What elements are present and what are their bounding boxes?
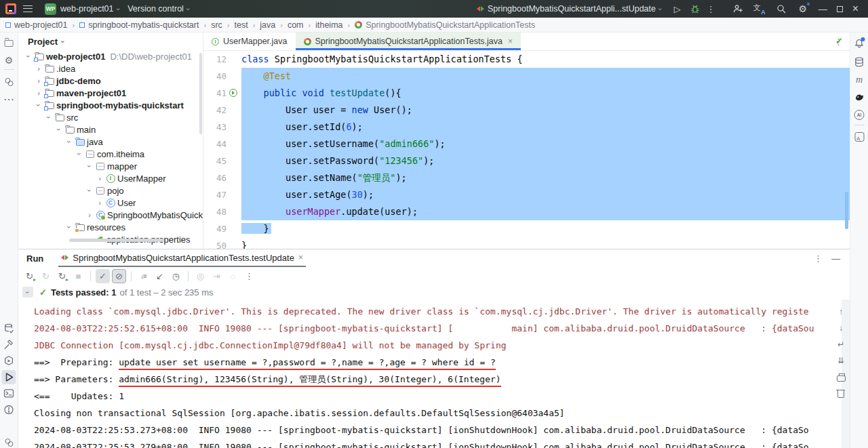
tree-item-maven-project01[interactable]: › maven-project01 bbox=[18, 87, 203, 99]
breadcrumb-item[interactable]: src bbox=[211, 20, 222, 30]
tree-item-pojo[interactable]: › pojo bbox=[18, 184, 203, 197]
horizontal-scrollbar[interactable] bbox=[69, 239, 164, 242]
expand-test-tree-icon[interactable]: › bbox=[22, 287, 33, 298]
settings-gear-icon[interactable]: ⚙ bbox=[797, 3, 809, 15]
main-menu-icon[interactable] bbox=[23, 5, 33, 12]
stop-icon[interactable]: ■ bbox=[71, 269, 85, 283]
breadcrumb-item[interactable]: itheima bbox=[315, 20, 342, 30]
breadcrumb-item[interactable]: SpringbootMybatisQuickstartApplicationTe… bbox=[355, 20, 535, 30]
hide-panel-icon[interactable]: — bbox=[831, 253, 840, 264]
terminal-icon[interactable] bbox=[2, 386, 16, 401]
run-tool-window-label[interactable]: Run bbox=[18, 253, 43, 264]
documentation-icon[interactable] bbox=[852, 129, 867, 144]
tree-item-resources[interactable]: › resources bbox=[18, 221, 203, 233]
breadcrumb-item[interactable]: java bbox=[260, 20, 275, 30]
tree-item-web-project01[interactable]: › web-project01 D:\DD\web-project01 bbox=[18, 50, 203, 62]
export-test-results-icon[interactable]: ⇥ bbox=[210, 269, 224, 283]
run-button[interactable]: ▷ bbox=[671, 3, 684, 15]
close-icon[interactable]: × bbox=[508, 37, 513, 46]
tree-item-main[interactable]: › main bbox=[18, 123, 203, 136]
vcs-widget[interactable]: Version control › bbox=[123, 4, 193, 14]
chevron-icon[interactable]: › bbox=[34, 77, 43, 85]
tree-item-mapper[interactable]: › mapper bbox=[18, 160, 203, 172]
services-icon[interactable] bbox=[2, 354, 16, 368]
tree-item-user[interactable]: › C User bbox=[18, 197, 203, 209]
ai-assistant-icon[interactable]: AI bbox=[852, 108, 867, 122]
chevron-icon[interactable]: › bbox=[35, 100, 43, 110]
chevron-icon[interactable]: › bbox=[45, 113, 53, 122]
chevron-icon[interactable]: › bbox=[85, 186, 94, 195]
maven-icon[interactable]: m bbox=[852, 73, 867, 87]
run-test-gutter-icon[interactable] bbox=[229, 89, 237, 97]
test-history-icon[interactable]: ◷ bbox=[169, 269, 183, 283]
chevron-icon[interactable]: › bbox=[65, 137, 73, 146]
tree-item-jdbc-demo[interactable]: › jdbc-demo bbox=[18, 75, 203, 87]
soft-wrap-icon[interactable]: ↵ bbox=[835, 339, 846, 350]
code-area[interactable]: 12 class SpringbootMybatisQuickstartAppl… bbox=[203, 51, 850, 249]
scroll-up-icon[interactable]: ↑ bbox=[835, 306, 846, 317]
version-control-icon[interactable] bbox=[2, 435, 16, 448]
tree-item-java[interactable]: › java bbox=[18, 136, 203, 148]
toggle-auto-test-icon[interactable]: ↻ bbox=[55, 269, 69, 283]
chevron-icon[interactable]: › bbox=[55, 125, 63, 134]
breadcrumb-item[interactable]: springboot-mybatis-quickstart bbox=[79, 20, 199, 30]
run-session-tab[interactable]: SpringbootMybatisQuickstartApplicationTe… bbox=[58, 249, 306, 267]
scroll-down-icon[interactable]: ↓ bbox=[835, 323, 846, 333]
breadcrumb-item[interactable]: web-project01 bbox=[5, 20, 68, 30]
chevron-icon[interactable]: › bbox=[85, 161, 94, 171]
plugin-icon[interactable] bbox=[852, 90, 867, 104]
window-minimize-button[interactable]: — bbox=[818, 4, 827, 14]
toolbar-more-kebab-icon[interactable]: ⋮ bbox=[242, 269, 256, 283]
project-avatar[interactable]: WP bbox=[45, 3, 56, 15]
tab-springboot-tests-java[interactable]: SpringbootMybatisQuickstartApplicationTe… bbox=[296, 33, 521, 50]
translate-icon[interactable]: 文A bbox=[753, 3, 766, 15]
scroll-to-end-icon[interactable]: ⇊ bbox=[835, 355, 846, 366]
code-with-me-icon[interactable] bbox=[732, 3, 744, 15]
tree-item-com-itheima[interactable]: › com.itheima bbox=[18, 148, 203, 160]
rerun-icon[interactable]: ↻ bbox=[22, 269, 37, 283]
run-configuration-widget[interactable]: SpringbootMybatisQuickstartAppli...stUpd… bbox=[473, 4, 666, 14]
vertical-scrollbar[interactable] bbox=[199, 53, 202, 134]
chevron-icon[interactable]: › bbox=[95, 174, 104, 182]
show-passed-icon[interactable]: ✓ bbox=[96, 269, 110, 283]
chevron-icon[interactable]: › bbox=[85, 211, 94, 219]
chevron-icon[interactable]: › bbox=[65, 222, 73, 232]
breadcrumb-item[interactable]: test bbox=[234, 20, 248, 30]
debug-button[interactable] bbox=[689, 3, 701, 15]
snapshot-icon[interactable]: ◎ bbox=[193, 269, 208, 283]
project-tool-icon[interactable] bbox=[2, 35, 16, 49]
project-widget[interactable]: web-project01 › bbox=[56, 4, 123, 14]
database-icon[interactable] bbox=[852, 55, 867, 69]
close-icon[interactable]: × bbox=[298, 253, 303, 262]
inspections-ok-icon[interactable]: ✓ bbox=[835, 36, 843, 46]
search-everywhere-icon[interactable] bbox=[775, 3, 787, 15]
scrollbar-selection-mark[interactable] bbox=[845, 192, 848, 229]
problems-icon[interactable] bbox=[2, 403, 16, 417]
navigate-with-single-click-icon[interactable]: ↙ bbox=[153, 269, 167, 283]
pin-icon[interactable]: ◌ bbox=[226, 269, 240, 283]
tree-item-src[interactable]: › src bbox=[18, 111, 203, 123]
chevron-icon[interactable]: › bbox=[95, 199, 104, 207]
run-tool-icon[interactable] bbox=[2, 370, 16, 384]
project-panel-header[interactable]: Project › bbox=[18, 33, 203, 50]
tree-item-idea[interactable]: › .idea bbox=[18, 62, 203, 75]
window-restore-button[interactable] bbox=[837, 6, 843, 12]
panel-options-kebab-icon[interactable]: ⋮ bbox=[814, 253, 823, 264]
notifications-bell-icon[interactable] bbox=[852, 37, 867, 51]
chevron-icon[interactable]: › bbox=[75, 149, 83, 159]
tree-item-springboot-application[interactable]: › C SpringbootMybatisQuickst bbox=[18, 209, 203, 221]
tree-item-usermapper[interactable]: › I UserMapper bbox=[18, 172, 203, 184]
chevron-icon[interactable]: › bbox=[34, 64, 43, 73]
window-close-button[interactable]: × bbox=[852, 3, 859, 15]
breadcrumb-item[interactable]: com bbox=[288, 20, 304, 30]
run-more-icon[interactable]: ⋮ bbox=[707, 4, 715, 14]
sort-by-duration-icon[interactable]: ↓≡ bbox=[136, 269, 151, 283]
structure-icon[interactable] bbox=[2, 75, 16, 89]
gear-icon[interactable]: ⚙ bbox=[2, 53, 16, 67]
print-icon[interactable] bbox=[835, 371, 846, 382]
more-tool-windows-icon[interactable]: ⋯ bbox=[2, 92, 16, 106]
chevron-icon[interactable]: › bbox=[34, 89, 43, 97]
dependencies-check-icon[interactable] bbox=[2, 321, 16, 335]
clear-console-icon[interactable] bbox=[835, 388, 846, 399]
console-output[interactable]: Loading class `com.mysql.jdbc.Driver'. T… bbox=[18, 300, 835, 448]
